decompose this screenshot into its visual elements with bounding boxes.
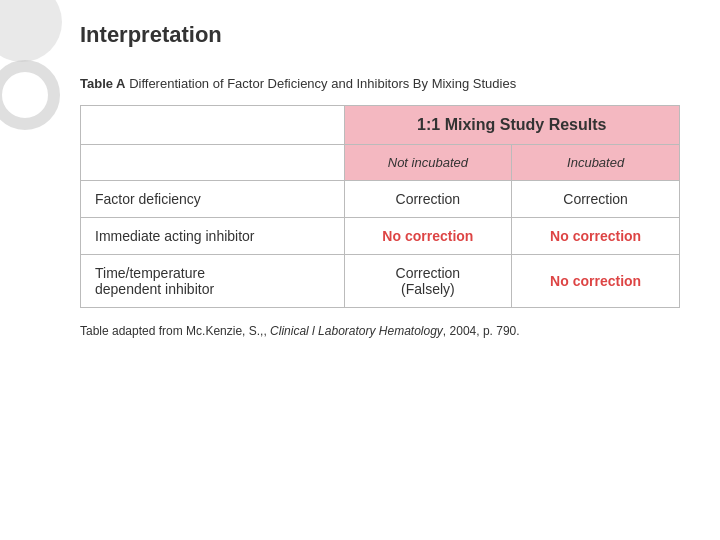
caption-prefix: Table A bbox=[80, 76, 126, 91]
caption-text: Differentiation of Factor Deficiency and… bbox=[126, 76, 517, 91]
table-row: Immediate acting inhibitor No correction… bbox=[81, 218, 680, 255]
cell-timetemp-incubated: No correction bbox=[512, 255, 680, 308]
cell-immediate-incubated: No correction bbox=[512, 218, 680, 255]
col-not-incubated-header: Not incubated bbox=[344, 145, 512, 181]
row-label-immediate: Immediate acting inhibitor bbox=[81, 218, 345, 255]
row-label-factor: Factor deficiency bbox=[81, 181, 345, 218]
cell-immediate-not-incubated: No correction bbox=[344, 218, 512, 255]
row-label-time-temp: Time/temperaturedependent inhibitor bbox=[81, 255, 345, 308]
page-title: Interpretation bbox=[80, 22, 680, 48]
header-merged: 1:1 Mixing Study Results bbox=[344, 106, 680, 145]
slide: Interpretation Table A Differentiation o… bbox=[0, 0, 720, 540]
table-caption: Table A Differentiation of Factor Defici… bbox=[80, 76, 680, 91]
deco-circle-top bbox=[0, 0, 62, 62]
footnote-text: Table adapted from Mc.Kenzie, S.,, bbox=[80, 324, 270, 338]
table-row: Factor deficiency Correction Correction bbox=[81, 181, 680, 218]
col-incubated-header: Incubated bbox=[512, 145, 680, 181]
deco-circle-mid bbox=[0, 60, 60, 130]
footnote-end: , 2004, p. 790. bbox=[443, 324, 520, 338]
table-footnote: Table adapted from Mc.Kenzie, S.,, Clini… bbox=[80, 324, 680, 338]
table-row: Time/temperaturedependent inhibitor Corr… bbox=[81, 255, 680, 308]
empty-subheader-cell bbox=[81, 145, 345, 181]
cell-timetemp-not-incubated: Correction(Falsely) bbox=[344, 255, 512, 308]
cell-factor-not-incubated: Correction bbox=[344, 181, 512, 218]
mixing-table: 1:1 Mixing Study Results Not incubated I… bbox=[80, 105, 680, 308]
empty-header-cell bbox=[81, 106, 345, 145]
cell-factor-incubated: Correction bbox=[512, 181, 680, 218]
footnote-italic: Clinical l Laboratory Hematology bbox=[270, 324, 443, 338]
